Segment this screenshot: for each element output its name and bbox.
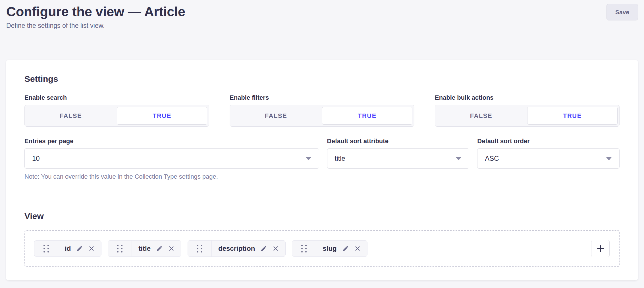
drag-handle-icon [197, 245, 202, 252]
add-field-button[interactable] [591, 240, 610, 257]
default-sort-attribute-label: Default sort attribute [327, 137, 470, 145]
chip-label: slug [323, 245, 336, 252]
remove-field-button[interactable] [88, 245, 95, 252]
drag-handle[interactable] [34, 241, 58, 256]
chip-label: id [65, 245, 71, 252]
select-value: 10 [32, 155, 40, 162]
entries-per-page-field: Entries per page 10 Note: You can overri… [24, 137, 319, 180]
field-chip-slug[interactable]: slug [292, 240, 367, 257]
close-icon [168, 245, 174, 252]
toggle-false-option[interactable]: FALSE [435, 105, 527, 126]
section-divider [24, 196, 620, 196]
default-sort-attribute-field: Default sort attribute title [327, 137, 470, 169]
edit-field-button[interactable] [76, 245, 83, 252]
toggles-row: Enable search FALSE TRUE Enable filters … [24, 94, 620, 127]
pencil-icon [342, 245, 349, 252]
chip-body: title [132, 241, 181, 256]
drag-handle[interactable] [108, 241, 132, 256]
enable-bulk-actions-toggle[interactable]: FALSE TRUE [435, 105, 620, 127]
chip-label: description [218, 245, 255, 252]
pencil-icon [260, 245, 267, 252]
page-header: Configure the view — Article Define the … [0, 0, 644, 60]
view-heading: View [24, 211, 620, 221]
toggle-false-option[interactable]: FALSE [25, 105, 117, 126]
select-value: ASC [485, 155, 499, 162]
pencil-icon [156, 245, 163, 252]
enable-filters-field: Enable filters FALSE TRUE [230, 94, 414, 127]
remove-field-button[interactable] [273, 245, 279, 252]
page-title: Configure the view — Article [6, 4, 638, 19]
enable-filters-label: Enable filters [230, 94, 414, 101]
chevron-down-icon [456, 156, 462, 160]
close-icon [88, 245, 95, 252]
field-chip-title[interactable]: title [108, 240, 181, 257]
selects-row: Entries per page 10 Note: You can overri… [24, 137, 620, 180]
page-subtitle: Define the settings of the list view. [6, 22, 638, 30]
drag-handle-icon [43, 245, 49, 252]
close-icon [354, 245, 361, 252]
drag-handle[interactable] [188, 241, 212, 256]
enable-search-label: Enable search [24, 94, 209, 101]
save-button[interactable]: Save [606, 4, 638, 20]
enable-bulk-actions-label: Enable bulk actions [435, 94, 620, 101]
settings-card: Settings Enable search FALSE TRUE Enable… [6, 60, 638, 280]
toggle-false-option[interactable]: FALSE [230, 105, 322, 126]
enable-search-field: Enable search FALSE TRUE [24, 94, 209, 127]
default-sort-attribute-select[interactable]: title [327, 148, 470, 169]
edit-field-button[interactable] [156, 245, 163, 252]
toggle-true-option[interactable]: TRUE [322, 107, 412, 125]
entries-per-page-label: Entries per page [24, 137, 319, 145]
toggle-true-option[interactable]: TRUE [527, 107, 618, 125]
field-chip-description[interactable]: description [188, 240, 286, 257]
chevron-down-icon [606, 156, 612, 160]
toggle-true-option[interactable]: TRUE [117, 107, 207, 125]
entries-per-page-select[interactable]: 10 [24, 148, 319, 169]
chip-label: title [138, 245, 151, 252]
drag-handle-icon [301, 245, 307, 252]
default-sort-order-select[interactable]: ASC [477, 148, 620, 169]
chip-body: id [58, 241, 101, 256]
plus-icon [596, 244, 605, 253]
edit-field-button[interactable] [342, 245, 349, 252]
remove-field-button[interactable] [354, 245, 361, 252]
default-sort-order-field: Default sort order ASC [477, 137, 620, 169]
close-icon [273, 245, 279, 252]
chevron-down-icon [306, 156, 311, 160]
field-drop-zone: id title [24, 230, 620, 267]
drag-handle[interactable] [292, 241, 316, 256]
field-chip-id[interactable]: id [34, 240, 101, 257]
chip-body: slug [316, 241, 367, 256]
edit-field-button[interactable] [260, 245, 267, 252]
default-sort-order-label: Default sort order [477, 137, 620, 145]
remove-field-button[interactable] [168, 245, 174, 252]
drag-handle-icon [117, 245, 122, 252]
entries-per-page-note: Note: You can override this value in the… [24, 173, 319, 180]
settings-heading: Settings [24, 74, 620, 84]
chip-body: description [212, 241, 285, 256]
pencil-icon [76, 245, 83, 252]
enable-filters-toggle[interactable]: FALSE TRUE [230, 105, 414, 127]
select-value: title [335, 155, 345, 162]
enable-search-toggle[interactable]: FALSE TRUE [24, 105, 209, 127]
enable-bulk-actions-field: Enable bulk actions FALSE TRUE [435, 94, 620, 127]
